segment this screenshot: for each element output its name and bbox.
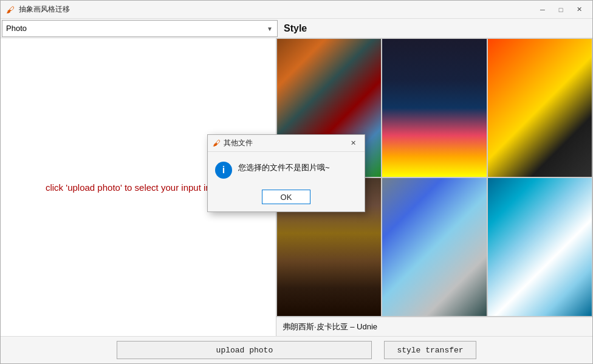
- style-cell-6[interactable]: [487, 177, 592, 317]
- top-bar: Photo ▼ Style: [1, 19, 592, 38]
- style-cell-3[interactable]: [487, 38, 592, 177]
- title-bar: 🖌 抽象画风格迁移 ─ □ ✕: [1, 1, 592, 19]
- style-name-bar: 弗朗西斯·皮卡比亚 – Udnie: [276, 317, 592, 336]
- dialog-close-button[interactable]: ✕: [346, 137, 360, 149]
- close-button[interactable]: ✕: [571, 3, 588, 16]
- upload-photo-button[interactable]: upload photo: [117, 341, 372, 359]
- dialog-body: i 您选择的文件不是图片哦~: [208, 152, 365, 185]
- dialog-app-icon: 🖌: [213, 139, 221, 148]
- bottom-bar: upload photo style transfer: [1, 336, 592, 363]
- instruction-text: click 'upload photo' to select your inpu…: [46, 182, 231, 193]
- window-controls: ─ □ ✕: [534, 3, 588, 16]
- photo-dropdown[interactable]: Photo: [2, 20, 278, 37]
- app-title: 抽象画风格迁移: [19, 4, 534, 15]
- style-name-text: 弗朗西斯·皮卡比亚 – Udnie: [283, 321, 377, 332]
- style-cell-2[interactable]: [382, 38, 487, 177]
- dialog-info-icon: i: [215, 162, 232, 179]
- photo-dropdown-wrapper: Photo ▼: [1, 19, 276, 38]
- dialog-title: 其他文件: [224, 138, 346, 148]
- maximize-button[interactable]: □: [552, 3, 569, 16]
- dialog-message: 您选择的文件不是图片哦~: [238, 162, 330, 174]
- style-cell-5[interactable]: [382, 177, 487, 317]
- style-transfer-button[interactable]: style transfer: [384, 341, 476, 359]
- dialog: 🖌 其他文件 ✕ i 您选择的文件不是图片哦~ OK: [207, 134, 365, 212]
- dialog-ok-button[interactable]: OK: [262, 190, 310, 204]
- dialog-titlebar: 🖌 其他文件 ✕: [208, 135, 365, 152]
- minimize-button[interactable]: ─: [534, 3, 551, 16]
- app-icon: 🖌: [5, 5, 15, 15]
- style-section-label: Style: [276, 23, 307, 34]
- dialog-footer: OK: [208, 185, 365, 211]
- main-window: 🖌 抽象画风格迁移 ─ □ ✕ Photo ▼ Style click 'upl…: [0, 0, 593, 364]
